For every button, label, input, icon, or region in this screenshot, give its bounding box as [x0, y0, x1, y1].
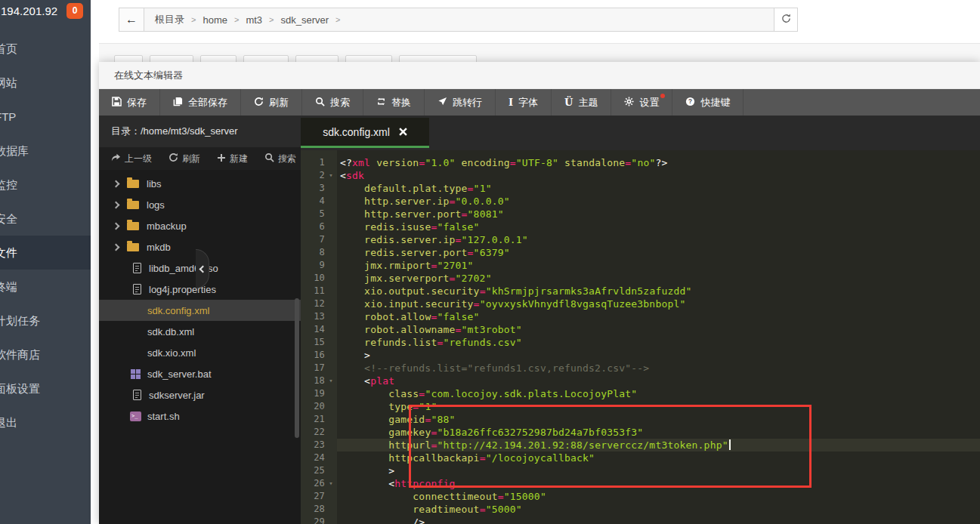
crumb-separator: >	[269, 15, 274, 24]
refresh-path-button[interactable]	[774, 8, 798, 32]
line-number: 23	[301, 439, 325, 452]
toolbar-button-label: 搜索	[330, 96, 350, 109]
code-text: xio.input.security="oyvxyskVhnydfl8vgasq…	[340, 297, 686, 310]
tree-item-sdk.db.xml[interactable]: sdk.db.xml	[99, 321, 301, 342]
tree-item-label: libs	[147, 178, 162, 190]
code-text: >	[340, 349, 370, 362]
code-text: robot.allow="false"	[340, 310, 480, 323]
sidebar-item-4[interactable]: 监控	[0, 168, 91, 202]
toolbar-button-label: 快捷键	[700, 96, 730, 109]
tree-tool-plus[interactable]: 新建	[217, 153, 248, 165]
breadcrumb-path-field[interactable]: 根目录>home>mt3>sdk_server>	[144, 8, 774, 32]
tree-item-start.sh[interactable]: >_start.sh	[99, 405, 301, 427]
code-text: redis.server.ip="127.0.0.1"	[340, 233, 528, 246]
fold-arrow-icon[interactable]: ▾	[325, 169, 337, 182]
tab-sdk-config-xml[interactable]: sdk.config.xml	[301, 118, 429, 148]
save-button[interactable]: 保存	[99, 89, 160, 116]
sidebar-item-2[interactable]: FTP	[0, 100, 91, 134]
line-number: 2	[301, 169, 325, 182]
sidebar-item-11[interactable]: 退出	[0, 405, 91, 439]
line-number: 27	[301, 490, 325, 503]
save-all-icon	[173, 97, 183, 109]
tree-item-label: mbackup	[147, 220, 187, 232]
toolbar-button-replace[interactable]: 替换	[363, 89, 425, 116]
code-line-20: 20 type="1"	[301, 400, 980, 413]
chevron-right-icon[interactable]	[113, 180, 120, 187]
sidebar-item-label: 首页	[0, 32, 17, 66]
code-editor[interactable]: 1<?xml version="1.0" encoding="UTF-8" st…	[301, 150, 980, 524]
back-button[interactable]: ←	[119, 8, 144, 32]
tree-item-sdkserver.jar[interactable]: sdkserver.jar	[99, 384, 301, 405]
sidebar-menu: 首页网站FTP数据库监控安全文件终端计划任务软件商店面板设置退出	[0, 32, 91, 439]
crumb-2[interactable]: mt3	[246, 14, 262, 26]
toolbar-button-goto-line[interactable]: 跳转行	[425, 89, 496, 116]
sidebar-item-0[interactable]: 首页	[0, 32, 91, 66]
tree-scrollbar-thumb[interactable]	[295, 298, 299, 438]
sidebar-item-7[interactable]: 终端	[0, 270, 91, 304]
sidebar-item-5[interactable]: 安全	[0, 202, 91, 236]
chevron-right-icon[interactable]	[113, 201, 120, 208]
chevron-right-icon[interactable]	[113, 222, 120, 230]
sidebar-item-9[interactable]: 软件商店	[0, 338, 91, 371]
crumb-1[interactable]: home	[202, 14, 227, 26]
fold-gutter	[325, 336, 337, 349]
toolbar-button-search[interactable]: 搜索	[302, 89, 363, 116]
code-line-29: 29 />	[301, 516, 980, 524]
tab-label: sdk.config.xml	[323, 126, 390, 138]
line-number: 16	[301, 349, 325, 362]
tree-item-sdk.xio.xml[interactable]: sdk.xio.xml	[99, 342, 301, 363]
server-host-label: 194.201.92	[1, 5, 57, 17]
tree-item-logs[interactable]: logs	[99, 194, 301, 215]
close-icon[interactable]	[399, 126, 407, 138]
code-text: <sdk	[340, 169, 364, 182]
sidebar: 194.201.92 0 首页网站FTP数据库监控安全文件终端计划任务软件商店面…	[0, 0, 91, 524]
tree-item-sdk.config.xml[interactable]: sdk.config.xml	[99, 300, 301, 321]
fold-arrow-icon[interactable]: ▾	[325, 477, 337, 490]
fold-arrow-icon[interactable]: ▾	[325, 375, 337, 387]
code-text: jmx.rmiport="2701"	[340, 259, 474, 272]
sidebar-item-10[interactable]: 面板设置	[0, 371, 91, 405]
modal-body: 目录：/home/mt3/sdk_server 上一级刷新新建搜索 libslo…	[99, 116, 980, 524]
tree-tool-label: 刷新	[182, 153, 200, 165]
line-number: 12	[301, 297, 325, 310]
tree-tool-search[interactable]: 搜索	[264, 153, 296, 165]
sidebar-item-3[interactable]: 数据库	[0, 134, 91, 168]
fold-gutter	[325, 208, 337, 220]
folder-icon	[127, 201, 139, 209]
sidebar-item-8[interactable]: 计划任务	[0, 304, 91, 338]
code-line-28: 28 readtimeout="5000"	[301, 503, 980, 516]
sidebar-item-6[interactable]: 文件	[0, 236, 91, 270]
line-number: 17	[301, 362, 325, 375]
sidebar-item-1[interactable]: 网站	[0, 66, 91, 100]
tree-item-mbackup[interactable]: mbackup	[99, 215, 301, 236]
toolbar-button-hotkeys[interactable]: ?快捷键	[672, 89, 744, 116]
tree-item-sdk_server.bat[interactable]: sdk_server.bat	[99, 363, 301, 384]
code-text: jmx.serverport="2702"	[340, 272, 492, 285]
notification-badge[interactable]: 0	[66, 3, 83, 19]
refresh-icon	[781, 13, 792, 27]
toolbar-button-settings[interactable]: 设置	[611, 89, 672, 116]
tree-tool-refresh[interactable]: 刷新	[168, 153, 200, 165]
code-line-15: 15 refunds.list="refunds.csv"	[301, 336, 980, 349]
fold-gutter	[325, 387, 337, 400]
hotkeys-icon: ?	[685, 97, 695, 109]
modal-title: 在线文本编辑器	[99, 62, 980, 89]
code-text: <!--refunds.list="refunds1.csv,refunds2.…	[340, 362, 649, 375]
chevron-right-icon[interactable]	[113, 243, 120, 251]
windows-file-icon	[131, 369, 141, 379]
toolbar-button-save-all[interactable]: 全部保存	[160, 89, 241, 116]
tree-tool-up-level[interactable]: 上一级	[111, 153, 152, 165]
crumb-3[interactable]: sdk_server	[281, 14, 329, 26]
toolbar-button-label: 跳转行	[453, 96, 482, 109]
code-line-14: 14 robot.allowname="mt3robot"	[301, 323, 980, 336]
file-icon	[133, 284, 141, 294]
line-number: 1	[301, 156, 325, 169]
sidebar-item-label: 退出	[0, 405, 17, 439]
tree-toolbar: 上一级刷新新建搜索	[99, 147, 301, 170]
tree-item-libs[interactable]: libs	[99, 173, 301, 194]
toolbar-button-theme[interactable]: Ü主题	[552, 89, 611, 116]
refresh-icon	[168, 153, 178, 165]
crumb-0[interactable]: 根目录	[155, 13, 184, 26]
toolbar-button-font[interactable]: I字体	[496, 89, 552, 116]
toolbar-button-refresh[interactable]: 刷新	[241, 89, 302, 116]
